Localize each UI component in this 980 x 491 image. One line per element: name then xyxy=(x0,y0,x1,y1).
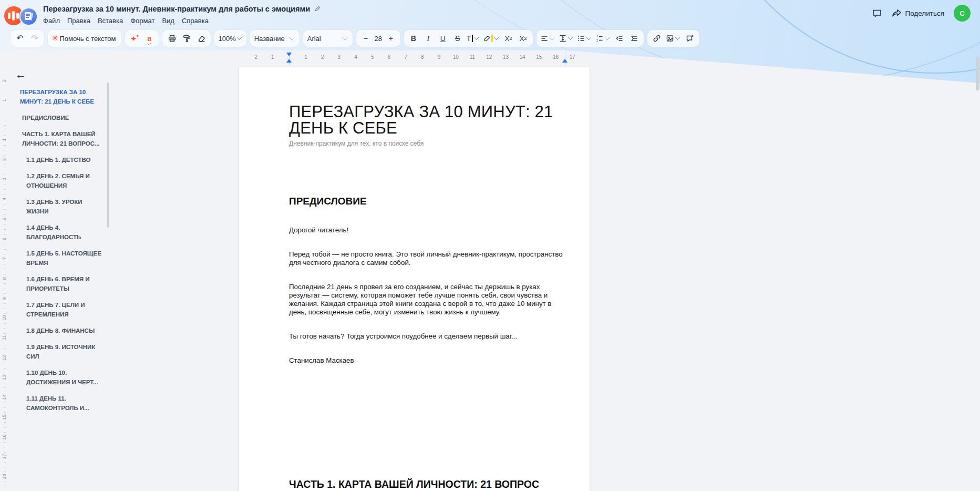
horizontal-ruler[interactable]: 211234567891011121314151617 xyxy=(0,50,980,67)
menu-вид[interactable]: Вид xyxy=(162,17,174,25)
rename-pencil-icon[interactable] xyxy=(314,5,321,14)
insert-link-button[interactable] xyxy=(650,32,664,45)
outline-item[interactable]: 1.4 ДЕНЬ 4. БЛАГОДАРНОСТЬ xyxy=(26,223,102,242)
decrease-indent-button[interactable] xyxy=(613,32,626,45)
document-title-text: Перезагрузка за 10 минут. Дневник-практи… xyxy=(43,5,310,13)
chevron-down-icon xyxy=(493,35,499,40)
zoom-select[interactable]: 100% xyxy=(217,32,243,45)
ruler-number: 1 xyxy=(300,54,312,60)
strikethrough-button[interactable]: S xyxy=(451,32,465,45)
add-comment-button[interactable] xyxy=(683,32,697,45)
assist-label: Помочь с текстом xyxy=(58,35,118,43)
outline-item[interactable]: 1.2 ДЕНЬ 2. СЕМЬЯ И ОТНОШЕНИЯ xyxy=(26,171,102,190)
indent-icon xyxy=(630,34,638,43)
zoom-value: 100% xyxy=(218,35,235,43)
ruler-tick xyxy=(4,422,6,423)
user-avatar[interactable]: C xyxy=(954,5,971,22)
doc-paragraph[interactable]: Последние 21 день я провел за его создан… xyxy=(289,283,565,316)
documents-app-logo-icon[interactable] xyxy=(20,8,37,25)
doc-heading-title[interactable]: ПЕРЕЗАГРУЗКА ЗА 10 МИНУТ: 21 ДЕНЬ К СЕБЕ xyxy=(289,104,565,136)
subscript-button[interactable]: X2 xyxy=(517,32,530,45)
doc-section-heading[interactable]: ПРЕДИСЛОВИЕ xyxy=(289,196,565,207)
menu-файл[interactable]: Файл xyxy=(43,17,60,25)
outline-item[interactable]: 1.1 ДЕНЬ 1. ДЕТСТВО xyxy=(26,155,102,165)
outline-item[interactable]: 1.10 ДЕНЬ 10. ДОСТИЖЕНИЯ И ЧЕРТ... xyxy=(26,368,102,387)
doc-paragraph[interactable]: Перед тобой — не просто книга. Это твой … xyxy=(289,250,565,267)
outline-item[interactable]: ЧАСТЬ 1. КАРТА ВАШЕЙ ЛИЧНОСТИ: 21 ВОПРОС… xyxy=(22,129,101,148)
align-button[interactable] xyxy=(539,32,556,45)
share-button[interactable]: Поделиться xyxy=(892,9,944,18)
doc-body: Дорогой читатель!Перед тобой — не просто… xyxy=(289,226,565,365)
menu-справка[interactable]: Справка xyxy=(182,17,209,25)
ruler-number: 2 xyxy=(1,76,7,86)
spellcheck-icon: a xyxy=(148,34,152,43)
image-icon xyxy=(666,34,674,43)
ai-rewrite-button[interactable]: ✦✦ xyxy=(128,32,141,45)
copy-formatting-button[interactable] xyxy=(180,32,193,45)
menu-формат[interactable]: Формат xyxy=(130,17,154,25)
first-line-indent-marker[interactable] xyxy=(286,53,292,56)
page-scrollbar-thumb[interactable] xyxy=(976,57,979,90)
outline-item[interactable]: ПРЕДИСЛОВИЕ xyxy=(22,113,101,122)
ruler-number: 14 xyxy=(517,54,528,60)
text-color-button[interactable]: T xyxy=(466,32,481,45)
link-icon xyxy=(653,34,661,43)
ruler-number: 3 xyxy=(333,54,345,60)
outline-scrollbar-thumb[interactable] xyxy=(107,83,109,228)
bulleted-list-button[interactable] xyxy=(576,32,593,45)
outline-item[interactable]: 1.8 ДЕНЬ 8. ФИНАНСЫ xyxy=(26,326,102,335)
back-button[interactable]: ← xyxy=(15,68,26,81)
outline-list: ПЕРЕЗАГРУЗКА ЗА 10 МИНУТ: 21 ДЕНЬ К СЕБЕ… xyxy=(0,87,110,420)
superscript-button[interactable]: X2 xyxy=(502,32,515,45)
outline-item[interactable]: 1.3 ДЕНЬ 3. УРОКИ ЖИЗНИ xyxy=(26,197,102,216)
doc-next-section-heading[interactable]: ЧАСТЬ 1. КАРТА ВАШЕЙ ЛИЧНОСТИ: 21 ВОПРОС xyxy=(289,478,565,490)
ruler-number: 1 xyxy=(267,54,278,60)
left-margin-marker[interactable] xyxy=(286,59,292,63)
doc-paragraph[interactable]: Станислав Маскаев xyxy=(289,356,565,365)
outline-item[interactable]: 1.9 ДЕНЬ 9. ИСТОЧНИК СИЛ xyxy=(26,342,102,361)
insert-image-button[interactable] xyxy=(665,32,682,45)
comments-button[interactable] xyxy=(872,8,882,18)
highlight-color-button[interactable] xyxy=(482,32,501,45)
italic-button[interactable]: I xyxy=(421,32,435,45)
printer-icon xyxy=(168,34,177,43)
ruler-tick xyxy=(4,447,6,447)
doc-paragraph[interactable]: Ты готов начать? Тогда устроимся поудобн… xyxy=(289,332,565,341)
doc-subtitle[interactable]: Дневник-практикум для тех, кто в поиске … xyxy=(289,140,565,147)
outline-item[interactable]: 1.6 ДЕНЬ 6. ВРЕМЯ И ПРИОРИТЕТЫ xyxy=(26,274,102,293)
ruler-number: 13 xyxy=(500,54,511,60)
bold-button[interactable]: B xyxy=(407,32,420,45)
increase-indent-button[interactable] xyxy=(627,32,641,45)
menu-вставка[interactable]: Вставка xyxy=(98,17,123,25)
redo-button[interactable]: ↷ xyxy=(28,32,42,45)
undo-button[interactable]: ↶ xyxy=(13,32,27,45)
outline-item[interactable]: 1.11 ДЕНЬ 11. САМОКОНТРОЛЬ И... xyxy=(26,394,102,413)
eraser-icon xyxy=(197,34,206,43)
underline-button[interactable]: U xyxy=(436,32,450,45)
outline-item[interactable]: 1.7 ДЕНЬ 7. ЦЕЛИ И СТРЕМЛЕНИЯ xyxy=(26,300,102,319)
formatting-toolbar: ↶ ↷ ✳ Помочь с текстом ✦✦ a 100% Названи… xyxy=(11,30,699,47)
font-family-value: Arial xyxy=(307,35,321,43)
font-size-decrease-button[interactable]: − xyxy=(359,32,373,45)
doc-paragraph[interactable]: Дорогой читатель! xyxy=(289,226,565,234)
menu-правка[interactable]: Правка xyxy=(67,17,90,25)
text-color-icon: T xyxy=(467,34,473,43)
print-button[interactable] xyxy=(165,32,179,45)
outdent-icon xyxy=(615,34,624,43)
ruler-number: 2 xyxy=(317,54,328,60)
ruler-tick xyxy=(4,442,6,443)
numbered-list-button[interactable]: 12 xyxy=(594,32,612,45)
clear-formatting-button[interactable] xyxy=(194,32,208,45)
spellcheck-button[interactable]: a xyxy=(142,32,156,45)
document-title[interactable]: Перезагрузка за 10 минут. Дневник-практи… xyxy=(43,5,321,14)
highlighter-pen-icon xyxy=(483,35,491,43)
line-spacing-button[interactable] xyxy=(558,32,575,45)
outline-item[interactable]: ПЕРЕЗАГРУЗКА ЗА 10 МИНУТ: 21 ДЕНЬ К СЕБЕ xyxy=(20,87,99,106)
comment-add-icon xyxy=(686,34,694,43)
outline-item[interactable]: 1.5 ДЕНЬ 5. НАСТОЯЩЕЕ ВРЕМЯ xyxy=(26,249,102,268)
font-family-select[interactable]: Arial xyxy=(303,30,353,47)
document-page[interactable]: ПЕРЕЗАГРУЗКА ЗА 10 МИНУТ: 21 ДЕНЬ К СЕБЕ… xyxy=(239,67,590,491)
font-size-increase-button[interactable]: + xyxy=(384,32,398,45)
ruler-tick xyxy=(4,482,6,482)
assist-with-text-button[interactable]: ✳ Помочь с текстом xyxy=(50,32,119,45)
